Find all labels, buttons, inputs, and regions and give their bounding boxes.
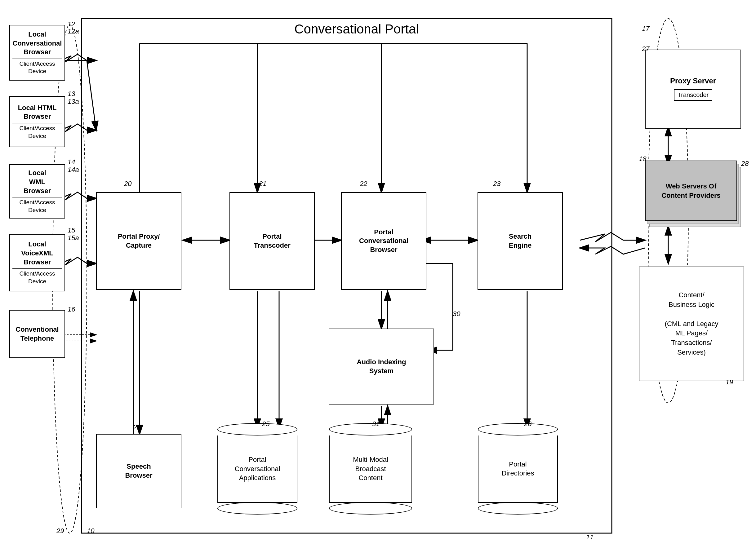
local-wml-browser-box: LocalWMLBrowser Client/AccessDevice (9, 164, 65, 218)
ref-17: 17 (642, 25, 649, 33)
ref-11: 11 (586, 533, 593, 541)
portal-dirs-label: PortalDirectories (501, 460, 534, 478)
ref-15a: 15a (67, 234, 79, 242)
transcoder-inner-label: Transcoder (674, 89, 712, 101)
ref-21: 21 (259, 180, 267, 188)
ref-22: 22 (360, 180, 367, 188)
speech-browser-label: SpeechBrowser (125, 462, 152, 480)
content-business-label: Content/Business Logic(CML and LegacyML … (665, 290, 719, 357)
multimodal-label: Multi-ModalBroadcastContent (353, 455, 388, 482)
speech-browser-box: SpeechBrowser (96, 434, 181, 508)
conventional-telephone-label: ConventionalTelephone (16, 325, 59, 343)
local-conv-browser-sub: Client/AccessDevice (12, 60, 62, 75)
ref-13a: 13a (67, 98, 79, 106)
audio-indexing-box: Audio IndexingSystem (329, 328, 434, 405)
multimodal-cylinder: Multi-ModalBroadcastContent (329, 423, 413, 515)
portal-transcoder-label: PortalTranscoder (254, 232, 290, 250)
conventional-telephone-box: ConventionalTelephone (9, 310, 65, 358)
ref-15: 15 (67, 226, 75, 234)
ref-30: 30 (453, 310, 460, 318)
proxy-server-label: Proxy Server (670, 77, 716, 85)
local-html-browser-label: Local HTMLBrowser (18, 104, 57, 121)
portal-conv-browser-box: PortalConversationalBrowser (341, 192, 426, 290)
audio-indexing-label: Audio IndexingSystem (357, 358, 406, 375)
ref-12a: 12a (67, 27, 79, 35)
local-wml-browser-label: LocalWMLBrowser (24, 169, 51, 195)
search-engine-label: SearchEngine (509, 232, 532, 250)
ref-19: 19 (726, 378, 733, 386)
ref-25: 25 (262, 420, 270, 428)
ref-31: 31 (372, 420, 380, 428)
web-servers-label: Web Servers OfContent Providers (662, 182, 721, 200)
ref-16: 16 (67, 305, 75, 313)
portal-dirs-cylinder: PortalDirectories (478, 423, 558, 515)
portal-conv-browser-label: PortalConversationalBrowser (359, 228, 409, 255)
diagram-container: Conversational Portal LocalConversationa… (0, 0, 756, 557)
local-html-browser-sub: Client/AccessDevice (12, 125, 62, 140)
portal-proxy-label: Portal Proxy/Capture (118, 232, 160, 250)
ref-24: 24 (133, 423, 141, 431)
local-html-browser-box: Local HTMLBrowser Client/AccessDevice (9, 96, 65, 147)
content-business-box: Content/Business Logic(CML and LegacyML … (639, 267, 744, 381)
portal-title: Conversational Portal (186, 22, 527, 36)
ref-14: 14 (67, 158, 75, 166)
ref-13: 13 (67, 90, 75, 98)
portal-proxy-box: Portal Proxy/Capture (96, 192, 181, 290)
portal-transcoder-box: PortalTranscoder (229, 192, 315, 290)
ref-26: 26 (524, 420, 532, 428)
ref-29: 29 (56, 527, 64, 535)
ref-23: 23 (493, 180, 501, 188)
local-conv-browser-box: LocalConversationalBrowser Client/Access… (9, 25, 65, 81)
search-engine-box: SearchEngine (478, 192, 563, 290)
local-voicexml-browser-sub: Client/AccessDevice (12, 270, 62, 285)
ref-27: 27 (642, 45, 649, 53)
local-conv-browser-label: LocalConversationalBrowser (13, 30, 62, 57)
web-servers-box: Web Servers OfContent Providers (645, 160, 737, 221)
portal-conv-apps-label: PortalConversationalApplications (235, 455, 280, 482)
local-voicexml-browser-label: LocalVoiceXMLBrowser (21, 240, 53, 267)
ref-28: 28 (741, 159, 749, 168)
proxy-server-box: Proxy Server Transcoder (645, 50, 741, 129)
local-voicexml-browser-box: LocalVoiceXMLBrowser Client/AccessDevice (9, 234, 65, 291)
ref-18: 18 (639, 155, 646, 163)
ref-20: 20 (124, 180, 132, 188)
portal-conv-apps-cylinder: PortalConversationalApplications (217, 423, 298, 515)
ref-14a: 14a (67, 166, 79, 174)
local-wml-browser-sub: Client/AccessDevice (12, 199, 62, 214)
ref-10: 10 (87, 527, 94, 535)
